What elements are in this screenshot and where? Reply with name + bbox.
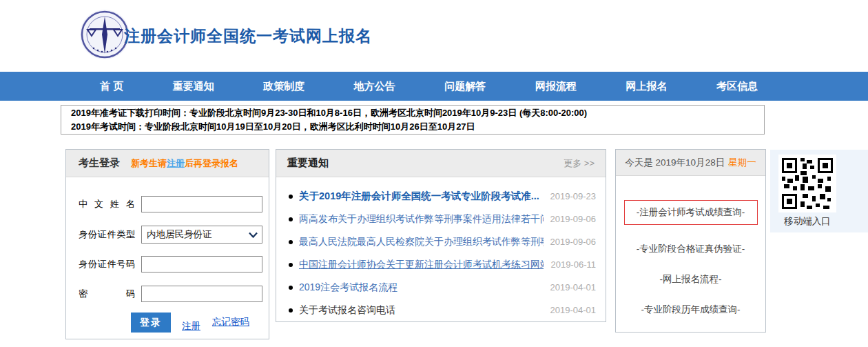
id-type-row: 身份证件类型 内地居民身份证 bbox=[79, 226, 262, 244]
exam-time-banner: 2019年准考证下载打印时间：专业阶段北京时间9月23-30日和10月8-16日… bbox=[61, 105, 765, 135]
notice-item: 中国注册会计师协会关于更新注册会计师考试机考练习网站的公... 2019-06-… bbox=[289, 253, 596, 276]
hint-register-link[interactable]: 注册 bbox=[167, 158, 185, 168]
banner-line-1: 2019年准考证下载打印时间：专业阶段北京时间9月23-30日和10月8-16日… bbox=[71, 106, 754, 120]
notice-date: 2019-04-01 bbox=[550, 282, 597, 293]
login-panel-header: 考生登录 新考生请注册后再登录报名 bbox=[66, 150, 269, 177]
registration-process-link[interactable]: -网上报名流程- bbox=[616, 273, 765, 286]
notice-date: 2019-09-23 bbox=[550, 191, 597, 201]
register-link[interactable]: 注册 bbox=[182, 320, 200, 333]
notice-link[interactable]: 2019注会考试报名流程 bbox=[299, 281, 544, 294]
more-link[interactable]: 更多 >> bbox=[564, 157, 595, 170]
nav-item-exam-area-info[interactable]: 考区信息 bbox=[716, 80, 758, 93]
bullet-icon bbox=[289, 195, 293, 199]
notice-link[interactable]: 两高发布关于办理组织考试作弊等刑事案件适用法律若干问题的... bbox=[299, 213, 544, 226]
id-number-label: 身份证件号码 bbox=[79, 258, 135, 270]
quick-links-panel: 今天是 2019年10月28日 星期一 -注册会计师考试成绩查询- -专业阶段合… bbox=[615, 149, 766, 333]
notice-item: 两高发布关于办理组织考试作弊等刑事案件适用法律若干问题的... 2019-09-… bbox=[289, 208, 596, 230]
id-type-value: 内地居民身份证 bbox=[147, 228, 212, 241]
nav-item-policies[interactable]: 政策制度 bbox=[263, 80, 304, 93]
candidate-login-panel: 考生登录 新考生请注册后再登录报名 中文姓名 身份证件类型 内地居民身份证 身份… bbox=[65, 149, 269, 339]
hint-prefix: 新考生请 bbox=[131, 158, 167, 168]
nav-item-online-registration[interactable]: 网上报名 bbox=[626, 80, 667, 93]
banner-line-2: 2019年考试时间：专业阶段北京时间10月19日至10月20日，欧洲考区比利时时… bbox=[71, 120, 754, 134]
notice-item: 最高人民法院最高人民检察院关于办理组织考试作弊等刑事案件... 2019-09-… bbox=[289, 230, 596, 253]
new-candidate-hint: 新考生请注册后再登录报名 bbox=[131, 157, 238, 170]
forgot-password-link[interactable]: 忘记密码 bbox=[212, 316, 249, 328]
notices-title: 重要通知 bbox=[287, 157, 329, 170]
notice-date: 2019-04-01 bbox=[550, 305, 597, 315]
notice-date: 2019-09-06 bbox=[550, 237, 597, 247]
id-number-row: 身份证件号码 bbox=[79, 255, 262, 273]
qr-code bbox=[778, 155, 836, 212]
id-type-select[interactable]: 内地居民身份证 bbox=[141, 226, 262, 244]
main-nav: 首 页 重要通知 政策制度 地方公告 问题解答 网报流程 网上报名 考区信息 bbox=[0, 72, 868, 101]
password-label: 密码 bbox=[79, 288, 135, 300]
certificate-verify-link[interactable]: -专业阶段合格证真伪验证- bbox=[616, 243, 765, 255]
today-date: 今天是 2019年10月28日 bbox=[625, 157, 725, 169]
qr-label: 移动端入口 bbox=[774, 215, 840, 228]
name-input[interactable] bbox=[141, 196, 262, 212]
date-header: 今天是 2019年10月28日 星期一 bbox=[616, 150, 765, 176]
chevron-down-icon bbox=[249, 228, 258, 241]
login-title: 考生登录 bbox=[79, 157, 120, 170]
bullet-icon bbox=[289, 286, 293, 290]
page-title: 注册会计师全国统一考试网上报名 bbox=[124, 26, 372, 47]
notice-item: 2019注会考试报名流程 2019-04-01 bbox=[289, 276, 596, 299]
nav-item-registration-process[interactable]: 网报流程 bbox=[535, 80, 577, 93]
id-number-input[interactable] bbox=[141, 256, 262, 272]
nav-item-local-announcements[interactable]: 地方公告 bbox=[354, 80, 395, 93]
hint-suffix: 后再登录报名 bbox=[185, 158, 238, 168]
bullet-icon bbox=[289, 263, 293, 267]
notice-item: 关于2019年注册会计师全国统一考试专业阶段考试准... 2019-09-23 bbox=[289, 185, 596, 208]
bullet-icon bbox=[289, 217, 293, 221]
notice-link[interactable]: 中国注册会计师协会关于更新注册会计师考试机考练习网站的公... bbox=[299, 259, 544, 271]
notices-list: 关于2019年注册会计师全国统一考试专业阶段考试准... 2019-09-23 … bbox=[276, 177, 606, 321]
cicpa-logo-icon bbox=[79, 8, 131, 61]
nav-item-faq[interactable]: 问题解答 bbox=[444, 80, 486, 93]
important-notices-panel: 重要通知 更多 >> 关于2019年注册会计师全国统一考试专业阶段考试准... … bbox=[276, 149, 606, 322]
password-input[interactable] bbox=[141, 286, 262, 302]
id-type-label: 身份证件类型 bbox=[79, 228, 135, 241]
notice-link[interactable]: 关于2019年注册会计师全国统一考试专业阶段考试准... bbox=[299, 190, 544, 203]
nav-item-important-notices[interactable]: 重要通知 bbox=[173, 80, 214, 93]
notice-link[interactable]: 最高人民法院最高人民检察院关于办理组织考试作弊等刑事案件... bbox=[299, 236, 544, 248]
weekday: 星期一 bbox=[728, 157, 756, 169]
notices-panel-header: 重要通知 更多 >> bbox=[276, 150, 606, 177]
login-button[interactable]: 登录 bbox=[131, 313, 171, 333]
bullet-icon bbox=[289, 240, 293, 244]
notice-date: 2019-06-11 bbox=[550, 259, 596, 270]
nav-item-home[interactable]: 首 页 bbox=[100, 80, 123, 93]
history-score-query-link[interactable]: -专业阶段历年成绩查询- bbox=[616, 304, 765, 316]
password-row: 密码 bbox=[79, 285, 262, 303]
notice-link[interactable]: 关于考试报名咨询电话 bbox=[299, 304, 544, 317]
notice-item: 关于考试报名咨询电话 2019-04-01 bbox=[289, 299, 596, 321]
name-label: 中文姓名 bbox=[79, 198, 135, 210]
score-query-link[interactable]: -注册会计师考试成绩查询- bbox=[624, 200, 758, 225]
notice-date: 2019-09-06 bbox=[550, 214, 597, 224]
mobile-entrance-widget: 移动端入口 bbox=[770, 150, 868, 232]
bullet-icon bbox=[289, 308, 293, 313]
name-row: 中文姓名 bbox=[79, 195, 262, 213]
